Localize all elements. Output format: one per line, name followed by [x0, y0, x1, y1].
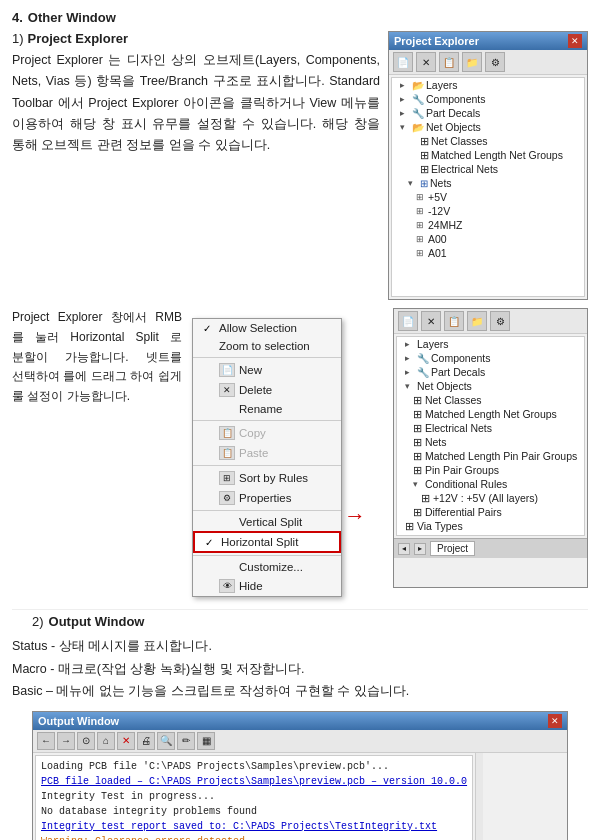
tree2-part-decals[interactable]: ▸🔧Part Decals — [397, 365, 584, 379]
toolbar-icon-1[interactable]: 📄 — [393, 52, 413, 72]
ctx-properties[interactable]: ⚙ Properties — [193, 488, 341, 508]
explorer2-toolbar: 📄 ✕ 📋 📁 ⚙ — [394, 309, 587, 334]
ctx-sep-2 — [193, 420, 341, 421]
tree-item-a01[interactable]: ⊞ A01 — [392, 246, 584, 260]
tree2-electrical-nets[interactable]: ⊞ Electrical Nets — [397, 421, 584, 435]
explorer-titlebar: Project Explorer ✕ — [389, 32, 587, 50]
ctx-check-allow: ✓ — [203, 323, 215, 334]
explorer2-icon-2[interactable]: ✕ — [421, 311, 441, 331]
explorer-tree-2[interactable]: ▸Layers ▸🔧Components ▸🔧Part Decals ▾Net … — [396, 336, 585, 536]
subsection2-title: Output Window — [49, 614, 145, 629]
ctx-label-paste: Paste — [239, 447, 268, 459]
tree-item-nets[interactable]: ▾ ⊞ Nets — [392, 176, 584, 190]
explorer2-icon-4[interactable]: 📁 — [467, 311, 487, 331]
ctx-sort-by-rules[interactable]: ⊞ Sort by Rules — [193, 468, 341, 488]
ctx-icon-new: 📄 — [219, 363, 235, 377]
ctx-delete[interactable]: ✕ Delete — [193, 380, 341, 400]
ctx-allow-selection[interactable]: ✓ Allow Selection — [193, 319, 341, 337]
tree-item-electrical-nets[interactable]: ⊞ Electrical Nets — [392, 162, 584, 176]
tree2-nets[interactable]: ⊞ Nets — [397, 435, 584, 449]
ctx-horizontal-split[interactable]: ✓ Horizontal Split — [193, 531, 341, 553]
ctx-zoom-selection[interactable]: Zoom to selection — [193, 337, 341, 355]
tree2-layers[interactable]: ▸Layers — [397, 337, 584, 351]
tree2-diff-pairs[interactable]: ⊞ Differential Pairs — [397, 505, 584, 519]
out-icon-edit[interactable]: ✏ — [177, 732, 195, 750]
tree2-components[interactable]: ▸🔧Components — [397, 351, 584, 365]
explorer2-icon-3[interactable]: 📋 — [444, 311, 464, 331]
tree-item-a00[interactable]: ⊞ A00 — [392, 232, 584, 246]
log-line-2[interactable]: PCB file loaded – C:\PADS Projects\Sampl… — [41, 774, 467, 789]
ctx-label-delete: Delete — [239, 384, 272, 396]
explorer-close-button[interactable]: ✕ — [568, 34, 582, 48]
ctx-icon-hide: 👁 — [219, 579, 235, 593]
ctx-sep-1 — [193, 357, 341, 358]
out-icon-back[interactable]: ← — [37, 732, 55, 750]
paragraph1: Project Explorer 는 디자인 상의 오브제트(Layers, C… — [12, 50, 380, 156]
out-icon-home[interactable]: ⌂ — [97, 732, 115, 750]
status-lines: Status - 상태 메시지를 표시합니다. Macro - 매크로(작업 상… — [12, 635, 588, 703]
tree-item-components[interactable]: ▸ 🔧 Components — [392, 92, 584, 106]
explorer2-icon-5[interactable]: ⚙ — [490, 311, 510, 331]
section-title: Other Window — [28, 10, 116, 25]
ctx-icon-copy: 📋 — [219, 426, 235, 440]
toolbar-icon-4[interactable]: 📁 — [462, 52, 482, 72]
tree2-net-objects[interactable]: ▾Net Objects — [397, 379, 584, 393]
toolbar-icon-3[interactable]: 📋 — [439, 52, 459, 72]
out-icon-grid[interactable]: ▦ — [197, 732, 215, 750]
status-line: Status - 상태 메시지를 표시합니다. — [12, 635, 588, 658]
tree2-pin-pair[interactable]: ⊞ Pin Pair Groups — [397, 463, 584, 477]
tree2-12v-rule[interactable]: ⊞ +12V : +5V (All layers) — [397, 491, 584, 505]
explorer-toolbar: 📄 ✕ 📋 📁 ⚙ — [389, 50, 587, 75]
ctx-label-horizontal-split: Horizontal Split — [221, 536, 298, 548]
tree-item-net-classes[interactable]: ⊞ Net Classes — [392, 134, 584, 148]
tree-item-net-objects[interactable]: ▾ 📂 Net Objects — [392, 120, 584, 134]
ctx-vertical-split[interactable]: Vertical Split — [193, 513, 341, 531]
tree2-conditional-rules[interactable]: ▾Conditional Rules — [397, 477, 584, 491]
project-tab-label: Project — [437, 543, 468, 554]
ctx-label-zoom: Zoom to selection — [219, 340, 310, 352]
output-section: 2) Output Window Status - 상태 메시지를 표시합니다.… — [12, 609, 588, 840]
ctx-icon-sort: ⊞ — [219, 471, 235, 485]
output-content[interactable]: Loading PCB file 'C:\PADS Projects\Sampl… — [35, 755, 473, 841]
log-line-4: No database integrity problems found — [41, 804, 467, 819]
tree-item-layers[interactable]: ▸ 📂 Layers — [392, 78, 584, 92]
tree-item-matched-length[interactable]: ⊞ Matched Length Net Groups — [392, 148, 584, 162]
project-explorer-window-2: 📄 ✕ 📋 📁 ⚙ ▸Layers ▸🔧Components ▸🔧Part De… — [393, 308, 588, 588]
explorer2-icon-1[interactable]: 📄 — [398, 311, 418, 331]
ctx-sep-3 — [193, 465, 341, 466]
left-description-text: Project Explorer 창에서 RMB 를 눌러 Horizontal… — [12, 308, 182, 597]
tree-item-24mhz[interactable]: ⊞ 24MHZ — [392, 218, 584, 232]
out-icon-stop[interactable]: ⊙ — [77, 732, 95, 750]
out-icon-search[interactable]: 🔍 — [157, 732, 175, 750]
output-body: Loading PCB file 'C:\PADS Projects\Sampl… — [33, 753, 567, 841]
log-line-5[interactable]: Integrity test report saved to: C:\PADS … — [41, 819, 467, 834]
ctx-rename[interactable]: Rename — [193, 400, 341, 418]
tree2-matched-length[interactable]: ⊞ Matched Length Net Groups — [397, 407, 584, 421]
explorer-tree-top[interactable]: ▸ 📂 Layers ▸ 🔧 Components ▸ 🔧 Part Decal… — [391, 77, 585, 297]
explorer2-bottom-bar: ◂ ▸ Project — [394, 538, 587, 558]
tree-item-12v[interactable]: ⊞ -12V — [392, 204, 584, 218]
out-icon-x[interactable]: ✕ — [117, 732, 135, 750]
tree-item-5v[interactable]: ⊞ +5V — [392, 190, 584, 204]
tree2-via-types[interactable]: ⊞ Via Types — [397, 519, 584, 533]
project-tab[interactable]: Project — [430, 541, 475, 556]
ctx-hide[interactable]: 👁 Hide — [193, 576, 341, 596]
macro-line: Macro - 매크로(작업 상황 녹화)실행 및 저장합니다. — [12, 658, 588, 681]
ctx-customize[interactable]: Customize... — [193, 558, 341, 576]
out-icon-forward[interactable]: → — [57, 732, 75, 750]
tree2-matched-pin[interactable]: ⊞ Matched Length Pin Pair Groups — [397, 449, 584, 463]
toolbar-icon-2[interactable]: ✕ — [416, 52, 436, 72]
nav-left-icon[interactable]: ◂ — [398, 543, 410, 555]
out-icon-print[interactable]: 🖨 — [137, 732, 155, 750]
nav-right-icon[interactable]: ▸ — [414, 543, 426, 555]
ctx-new[interactable]: 📄 New — [193, 360, 341, 380]
log-line-1: Loading PCB file 'C:\PADS Projects\Sampl… — [41, 759, 467, 774]
toolbar-icon-5[interactable]: ⚙ — [485, 52, 505, 72]
ctx-label-vertical-split: Vertical Split — [219, 516, 302, 528]
output-scrollbar[interactable] — [475, 753, 483, 841]
output-window: Output Window ✕ ← → ⊙ ⌂ ✕ 🖨 🔍 ✏ ▦ Loadin… — [32, 711, 568, 841]
tree2-net-classes[interactable]: ⊞ Net Classes — [397, 393, 584, 407]
basic-line: Basic – 메뉴에 없는 기능을 스크립트로 작성하여 구현할 수 있습니다… — [12, 680, 588, 703]
tree-item-part-decals[interactable]: ▸ 🔧 Part Decals — [392, 106, 584, 120]
output-close-button[interactable]: ✕ — [548, 714, 562, 728]
